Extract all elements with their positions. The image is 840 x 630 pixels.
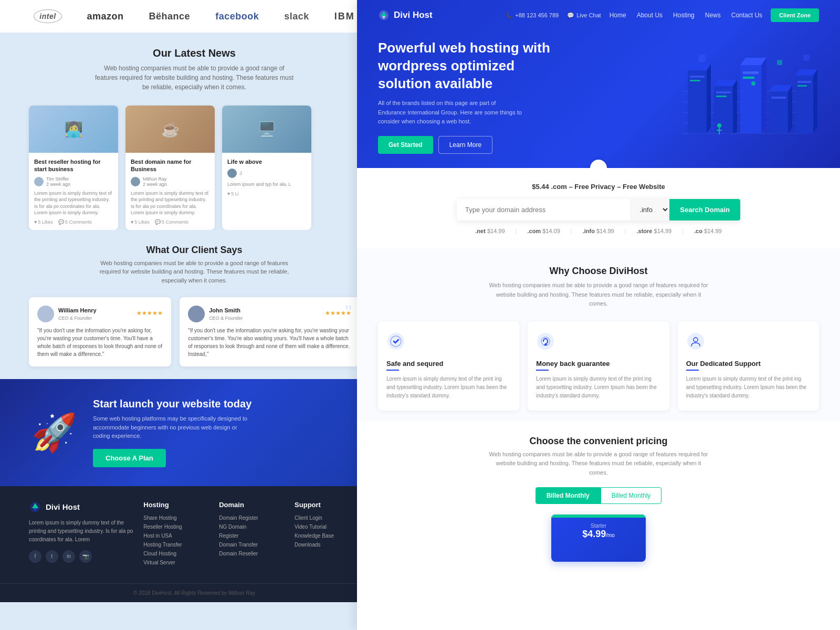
clients-subtitle: Web hosting companies must be able to pr… (89, 259, 299, 285)
domain-extension-select[interactable]: .info .com .net .org (631, 199, 669, 220)
client-zone-button[interactable]: Client Zone (771, 8, 819, 22)
footer: Divi Host Lorem ipsum is simply dummy te… (0, 486, 388, 583)
svg-rect-31 (797, 85, 807, 87)
tld-store: .store $14.99 (637, 228, 672, 234)
svg-rect-37 (803, 55, 810, 61)
brand-facebook: facebook (215, 11, 259, 22)
get-started-button[interactable]: Get Started (378, 136, 433, 154)
testimonial-1-avatar (37, 306, 54, 322)
news-card-1[interactable]: 👩‍💻 Best reseller hosting for start busi… (29, 106, 118, 230)
cta-button[interactable]: Choose A Plan (93, 449, 166, 467)
footer-link-host-usa[interactable]: Host in USA (143, 533, 208, 539)
why-card-2-divider (536, 370, 549, 371)
brand-bar: intel amazon Bëhance facebook slack IBM (0, 0, 388, 33)
pricing-section: Choose the convenient pricing Web hostin… (357, 421, 840, 576)
why-card-3: Our Dedicated Support Lorem ipsum is sim… (678, 321, 819, 411)
footer-copyright: © 2018 DiviHost. All Rights Reserved by … (0, 583, 388, 602)
why-card-3-divider (686, 370, 699, 371)
brand-slack: slack (284, 11, 309, 22)
svg-point-40 (537, 333, 554, 350)
testimonial-2-avatar (188, 306, 205, 322)
footer-link-domain-register[interactable]: Domain Register (219, 515, 284, 521)
news-section: Our Latest News Web hosting companies mu… (0, 33, 388, 100)
svg-marker-19 (761, 58, 766, 133)
domain-search-button[interactable]: Search Domain (669, 199, 740, 220)
footer-hosting-col: Hosting Share Hosting Reseller Hosting H… (143, 501, 208, 569)
nav-hosting[interactable]: Hosting (673, 12, 695, 19)
news-card-2-title: Best domain name for Business (131, 158, 209, 173)
tld-co: .co $14.99 (694, 228, 722, 234)
footer-link-hosting-transfer[interactable]: Hosting Transfer (143, 542, 208, 548)
testimonial-1: William Henry CEO & Founder ★★★★★ "If yo… (29, 297, 171, 366)
brand-amazon: amazon (87, 11, 124, 22)
footer-link-register[interactable]: Register (219, 533, 284, 539)
footer-social-facebook[interactable]: f (29, 550, 41, 563)
footer-link-share-hosting[interactable]: Share Hosting (143, 515, 208, 521)
news-card-2-date: 2 week ago (143, 182, 167, 187)
footer-social-twitter[interactable]: t (46, 550, 58, 563)
hero-section: Divi Host 📞 +88 123 456 789 💬 Live Chat … (357, 0, 840, 168)
news-card-1-text: Lorem ipsum is simply dummy text of the … (34, 190, 113, 216)
server-graphic (672, 39, 819, 154)
svg-rect-21 (743, 77, 754, 79)
footer-link-client-login[interactable]: Client Login (295, 515, 360, 521)
tld-info: .info $14.99 (583, 228, 614, 234)
svg-rect-36 (777, 60, 782, 65)
footer-hosting-title: Hosting (143, 501, 208, 509)
footer-social-instagram[interactable]: 📷 (79, 550, 92, 563)
why-card-2-text: Lorem ipsum is simply dummy text of the … (536, 375, 660, 400)
news-card-1-date: 2 week ago (46, 182, 70, 187)
domain-tlds: .net $14.99 | .com $14.09 | .info $14.99… (378, 228, 819, 234)
cta-rocket-icon: 🚀 (32, 411, 77, 454)
footer-link-domain-reseller[interactable]: Domain Reseller (219, 551, 284, 556)
testimonial-1-stars: ★★★★★ (136, 309, 163, 318)
cta-section: 🚀 Start launch your website today Some w… (0, 379, 388, 486)
footer-link-knowledge-base[interactable]: Knowledge Base (295, 533, 360, 539)
why-subtitle: Web hosting companies must be able to pr… (488, 281, 709, 309)
svg-point-22 (751, 81, 755, 86)
pricing-tab-monthly-2[interactable]: Billed Monthly (601, 487, 662, 504)
why-title: Why Choose DiviHost (378, 266, 819, 277)
why-card-1: Safe and sequred Lorem ipsum is simply d… (378, 321, 519, 411)
footer-link-domain-transfer[interactable]: Domain Transfer (219, 542, 284, 548)
svg-marker-9 (707, 64, 711, 133)
nav-news[interactable]: News (705, 12, 721, 19)
nav-about[interactable]: About Us (637, 12, 663, 19)
footer-link-virtual-server[interactable]: Virtual Server (143, 560, 208, 565)
footer-link-ng-domain[interactable]: NG Domain (219, 524, 284, 530)
pricing-subtitle: Web hosting companies must be able to pr… (488, 450, 709, 478)
footer-link-cloud-hosting[interactable]: Cloud Hosting (143, 551, 208, 556)
footer-link-video-tutorial[interactable]: Video Tutorial (295, 524, 360, 530)
phone-icon: 📞 (506, 12, 513, 19)
footer-link-downloads[interactable]: Downloads (295, 542, 360, 548)
learn-more-button[interactable]: Learn More (438, 136, 492, 154)
news-card-2-author: Mithun Ray (143, 176, 167, 182)
hero-title: Powerful web hosting with wordpress opti… (378, 39, 556, 92)
news-card-2-avatar (131, 177, 140, 186)
news-card-3[interactable]: 🖥️ Life w above J Lorem ipsum and typ fo… (222, 106, 311, 230)
domain-promo: $5.44 .com – Free Privacy – Free Website (378, 183, 819, 191)
nav-contact[interactable]: Contact Us (731, 12, 762, 19)
hero-scroll-indicator: ⌄ (590, 160, 607, 168)
news-card-3-author: J (239, 171, 242, 176)
footer-social-linkedin[interactable]: in (62, 550, 75, 563)
footer-desc: Lorem ipsum is simply dummy text of the … (29, 519, 133, 544)
svg-rect-10 (690, 76, 705, 78)
news-card-3-likes: ♥ 5 Li (227, 191, 239, 196)
pricing-tab-monthly-1[interactable]: Billed Monthly (536, 487, 601, 504)
nav-home[interactable]: Home (610, 12, 626, 19)
footer-link-reseller-hosting[interactable]: Reseller Hosting (143, 524, 208, 530)
news-card-2[interactable]: ☕ Best domain name for Business Mithun R… (125, 106, 215, 230)
why-card-1-divider (386, 370, 399, 371)
footer-support-col: Support Client Login Video Tutorial Know… (295, 501, 360, 569)
hero-buttons: Get Started Learn More (378, 136, 598, 154)
news-card-1-image: 👩‍💻 (29, 106, 118, 153)
news-card-2-text: Lorem ipsum is simply dummy text of the … (131, 190, 209, 216)
hero-brand-icon (378, 9, 390, 21)
testimonial-2-name: John Smith (209, 306, 243, 315)
testimonial-1-role: CEO & Founder (58, 315, 97, 322)
domain-input[interactable] (457, 199, 631, 220)
svg-rect-30 (797, 81, 811, 83)
news-card-1-author: Tim Striffer (46, 176, 70, 182)
svg-rect-17 (740, 65, 761, 133)
